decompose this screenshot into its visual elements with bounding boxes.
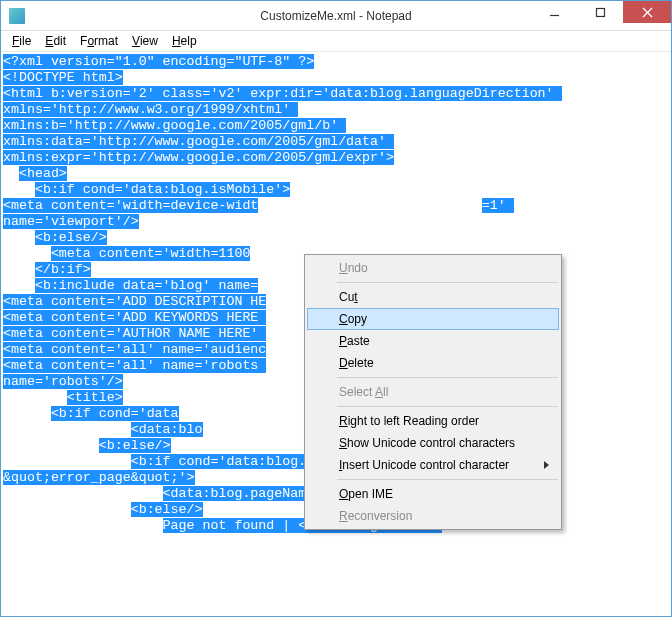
window-controls	[531, 1, 671, 23]
menu-help[interactable]: Help	[165, 32, 204, 50]
menu-view[interactable]: View	[125, 32, 165, 50]
menu-view-rest: iew	[140, 34, 158, 48]
editor-line: xmlns:expr='http://www.google.com/2005/g…	[3, 150, 669, 166]
editor-line: xmlns:data='http://www.google.com/2005/g…	[3, 134, 669, 150]
ctx-separator	[337, 377, 558, 378]
ctx-rtl[interactable]: Right to left Reading order	[307, 410, 559, 432]
editor-line: <html b:version='2' class='v2' expr:dir=…	[3, 86, 669, 102]
editor-line: <meta content='width=device-widt =1'	[3, 198, 669, 214]
menu-file-rest: ile	[19, 34, 31, 48]
editor-line: <b:if cond='data:blog.isMobile'>	[3, 182, 669, 198]
ctx-reconversion[interactable]: Reconversion	[307, 505, 559, 527]
ctx-open-ime[interactable]: Open IME	[307, 483, 559, 505]
ctx-show-ucc[interactable]: Show Unicode control characters	[307, 432, 559, 454]
editor-line: xmlns='http://www.w3.org/1999/xhtml'	[3, 102, 669, 118]
menu-edit-rest: dit	[53, 34, 66, 48]
ctx-paste[interactable]: Paste	[307, 330, 559, 352]
ctx-undo[interactable]: Undo	[307, 257, 559, 279]
editor-line: <head>	[3, 166, 669, 182]
submenu-arrow-icon	[544, 461, 549, 469]
editor-line: name='viewport'/>	[3, 214, 669, 230]
ctx-separator	[337, 479, 558, 480]
minimize-button[interactable]	[531, 1, 577, 23]
maximize-button[interactable]	[577, 1, 623, 23]
editor-line: <?xml version="1.0" encoding="UTF-8" ?>	[3, 54, 669, 70]
ctx-delete[interactable]: Delete	[307, 352, 559, 374]
ctx-select-all[interactable]: Select All	[307, 381, 559, 403]
app-icon	[9, 8, 25, 24]
editor-line: xmlns:b='http://www.google.com/2005/gml/…	[3, 118, 669, 134]
titlebar[interactable]: CustomizeMe.xml - Notepad	[1, 1, 671, 31]
menu-format[interactable]: Format	[73, 32, 125, 50]
ctx-insert-ucc[interactable]: Insert Unicode control character	[307, 454, 559, 476]
svg-rect-1	[596, 8, 604, 16]
menubar: File Edit Format View Help	[1, 31, 671, 52]
ctx-separator	[337, 406, 558, 407]
menu-file[interactable]: File	[5, 32, 38, 50]
ctx-copy[interactable]: Copy	[307, 308, 559, 330]
close-button[interactable]	[623, 1, 671, 23]
menu-edit[interactable]: Edit	[38, 32, 73, 50]
menu-format-rest: rmat	[94, 34, 118, 48]
editor-line: <!DOCTYPE html>	[3, 70, 669, 86]
editor-line: <b:else/>	[3, 230, 669, 246]
context-menu: Undo Cut Copy Paste Delete Select All Ri…	[304, 254, 562, 530]
ctx-separator	[337, 282, 558, 283]
ctx-cut[interactable]: Cut	[307, 286, 559, 308]
menu-help-rest: elp	[181, 34, 197, 48]
